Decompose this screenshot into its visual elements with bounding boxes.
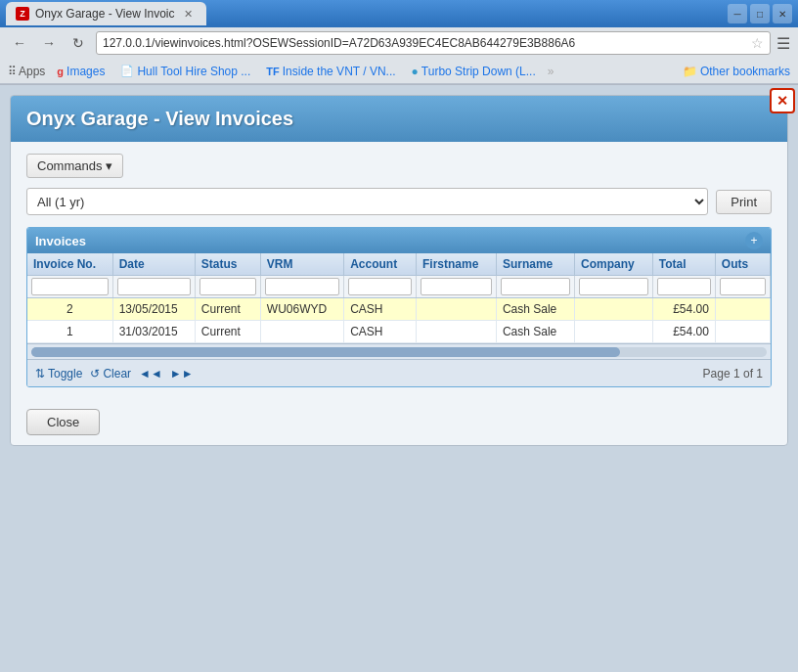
invoices-expand-button[interactable]: + — [745, 232, 763, 249]
bookmark-images[interactable]: g Images — [53, 63, 109, 80]
bookmark-turbo-label: Turbo Strip Down (L... — [421, 65, 536, 78]
cell-vrm: WU06WYD — [260, 298, 343, 321]
toggle-button[interactable]: ⇅ Toggle — [35, 367, 82, 381]
close-button-row: Close — [11, 399, 787, 445]
print-label: Print — [731, 195, 757, 209]
clear-icon: ↺ — [90, 367, 100, 381]
bookmark-hull-tool[interactable]: 📄 Hull Tool Hire Shop ... — [116, 63, 254, 80]
col-surname: Surname — [496, 253, 574, 276]
cell-surname: Cash Sale — [496, 321, 574, 343]
bottom-toolbar: ⇅ Toggle ↺ Clear ◄◄ ►► — [27, 359, 771, 386]
bookmark-images-label: Images — [66, 65, 105, 78]
col-status: Status — [195, 253, 260, 276]
filter-vrm[interactable] — [265, 278, 339, 295]
table-wrapper: Invoice No. Date Status VRM Account Firs… — [27, 253, 771, 343]
browser-menu-icon[interactable]: ☰ — [776, 34, 790, 53]
invoices-table: Invoice No. Date Status VRM Account Firs… — [27, 253, 771, 343]
minimize-button[interactable]: ─ — [728, 4, 747, 23]
doc-icon: 📄 — [120, 65, 134, 77]
col-total: Total — [652, 253, 715, 276]
cell-status: Current — [195, 321, 260, 343]
next-button[interactable]: ►► — [170, 367, 194, 381]
panel-close-button[interactable]: ✕ — [770, 88, 795, 113]
cell-outstanding — [715, 298, 770, 321]
page-title: Onyx Garage - View Invoices — [26, 108, 772, 130]
bookmarks-more[interactable]: » — [548, 65, 554, 78]
page-panel: ✕ Onyx Garage - View Invoices Commands ▾… — [10, 95, 788, 446]
title-bar: Z Onyx Garage - View Invoic ✕ ─ □ ✕ — [0, 0, 798, 27]
commands-dropdown-icon: ▾ — [106, 158, 112, 173]
commands-button[interactable]: Commands ▾ — [26, 154, 123, 178]
bookmark-hull-tool-label: Hull Tool Hire Shop ... — [137, 65, 250, 78]
next-icon: ►► — [170, 367, 194, 381]
folder-icon: 📁 — [683, 65, 697, 78]
other-bookmarks-label: Other bookmarks — [700, 65, 790, 78]
restore-button[interactable]: □ — [750, 4, 770, 23]
cell-status: Current — [195, 298, 260, 321]
toolbar-actions: ⇅ Toggle ↺ Clear ◄◄ ►► — [35, 367, 194, 381]
apps-label: Apps — [19, 65, 45, 78]
filter-invoice-no[interactable] — [31, 278, 109, 295]
table-header-row: Invoice No. Date Status VRM Account Firs… — [27, 253, 771, 276]
filter-account[interactable] — [348, 278, 412, 295]
back-button[interactable]: ← — [8, 31, 31, 55]
close-button[interactable]: Close — [26, 409, 100, 435]
bookmark-star-icon[interactable]: ☆ — [751, 35, 764, 51]
filter-status[interactable] — [200, 278, 256, 295]
apps-button[interactable]: ⠿ Apps — [8, 65, 45, 78]
cell-invoice_no: 1 — [27, 321, 112, 343]
table-filter-row — [27, 276, 771, 298]
nav-bar: ← → ↻ 127.0.0.1/viewinvoices.html?OSEWSe… — [0, 27, 798, 59]
col-outstanding: Outs — [715, 253, 770, 276]
filter-outstanding[interactable] — [720, 278, 766, 295]
filter-firstname[interactable] — [421, 278, 492, 295]
page-body: Commands ▾ All (1 yr) Print Invoices + — [11, 142, 787, 399]
horizontal-scrollbar[interactable] — [27, 343, 771, 359]
close-label: Close — [47, 415, 79, 429]
browser-tab[interactable]: Z Onyx Garage - View Invoic ✕ — [6, 2, 206, 25]
forward-button[interactable]: → — [37, 31, 61, 55]
tab-close-button[interactable]: ✕ — [181, 6, 197, 22]
tf-icon: TF — [266, 66, 279, 77]
cell-total: £54.00 — [652, 298, 715, 321]
tab-favicon: Z — [16, 7, 29, 21]
toggle-icon: ⇅ — [35, 367, 45, 381]
cell-account: CASH — [344, 321, 417, 343]
table-row[interactable]: 131/03/2015CurrentCASHCash Sale£54.00 — [27, 321, 771, 343]
cell-firstname — [417, 298, 497, 321]
print-button[interactable]: Print — [716, 190, 772, 214]
bookmark-turbo[interactable]: ● Turbo Strip Down (L... — [408, 63, 540, 80]
reload-button[interactable]: ↻ — [66, 31, 90, 55]
page-info: Page 1 of 1 — [703, 367, 763, 381]
address-bar[interactable]: 127.0.0.1/viewinvoices.html?OSEWSessionI… — [96, 31, 771, 55]
commands-bar: Commands ▾ — [26, 154, 772, 178]
cell-date: 13/05/2015 — [112, 298, 195, 321]
col-account: Account — [344, 253, 417, 276]
cell-outstanding — [715, 321, 770, 343]
bookmark-vnt[interactable]: TF Inside the VNT / VN... — [262, 63, 399, 80]
close-window-button[interactable]: ✕ — [773, 4, 792, 23]
scrollbar-track[interactable] — [31, 347, 767, 357]
panel-close-icon: ✕ — [776, 94, 788, 108]
prev-button[interactable]: ◄◄ — [139, 367, 162, 381]
cell-firstname — [417, 321, 497, 343]
filter-company[interactable] — [579, 278, 648, 295]
filter-surname[interactable] — [501, 278, 570, 295]
google-icon: g — [57, 66, 64, 77]
cell-vrm — [260, 321, 343, 343]
prev-icon: ◄◄ — [139, 367, 162, 381]
invoices-section-header: Invoices + — [27, 228, 771, 253]
clear-button[interactable]: ↺ Clear — [90, 367, 131, 381]
toggle-label: Toggle — [48, 367, 82, 381]
filter-date[interactable] — [117, 278, 191, 295]
scrollbar-thumb[interactable] — [31, 347, 620, 357]
bookmarks-bar: ⠿ Apps g Images 📄 Hull Tool Hire Shop ..… — [0, 59, 798, 84]
invoices-section-label: Invoices — [35, 234, 86, 248]
table-row[interactable]: 213/05/2015CurrentWU06WYDCASHCash Sale£5… — [27, 298, 771, 321]
clear-label: Clear — [103, 367, 131, 381]
page-header: Onyx Garage - View Invoices — [11, 96, 787, 142]
filter-select[interactable]: All (1 yr) — [26, 188, 708, 215]
other-bookmarks[interactable]: 📁 Other bookmarks — [683, 65, 790, 78]
filter-total[interactable] — [657, 278, 711, 295]
tab-title: Onyx Garage - View Invoic — [35, 7, 175, 21]
